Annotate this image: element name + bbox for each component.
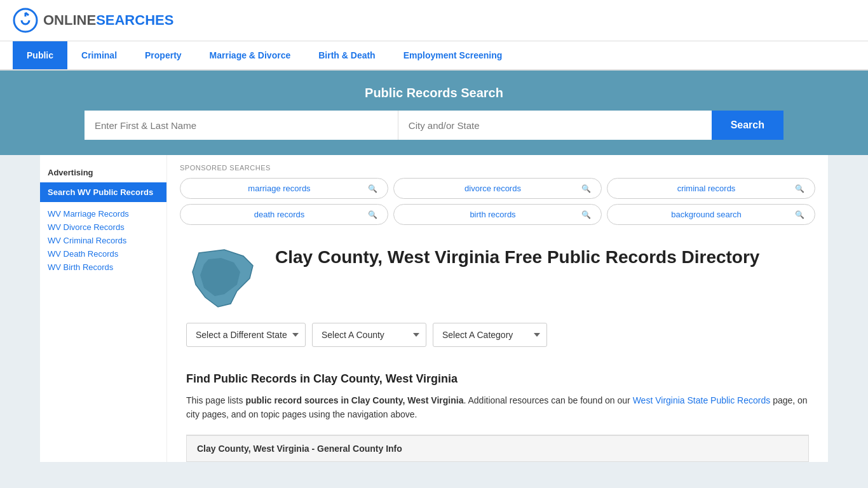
logo[interactable]: ONLINESEARCHES	[13, 8, 173, 33]
search-banner: Public Records Search Search	[0, 71, 868, 155]
county-title: Clay County, West Virginia Free Public R…	[275, 247, 759, 268]
search-icon: 🔍	[581, 210, 591, 219]
sidebar-advertising-label: Advertising	[40, 168, 166, 182]
main-nav: Public Criminal Property Marriage & Divo…	[0, 41, 868, 71]
sidebar-link-death[interactable]: WV Death Records	[40, 247, 166, 261]
dropdowns-row: Select a Different State Select A County…	[186, 323, 809, 347]
sponsored-section: SPONSORED SEARCHES marriage records 🔍 di…	[167, 155, 828, 234]
nav-employment[interactable]: Employment Screening	[390, 41, 517, 69]
sidebar-featured-link[interactable]: Search WV Public Records	[40, 182, 166, 202]
find-text: This page lists public record sources in…	[186, 393, 809, 422]
search-button[interactable]: Search	[712, 111, 783, 140]
nav-public[interactable]: Public	[13, 41, 67, 69]
pill-divorce[interactable]: divorce records 🔍	[393, 178, 602, 199]
sidebar-link-divorce[interactable]: WV Divorce Records	[40, 220, 166, 234]
search-icon: 🔍	[368, 210, 377, 219]
content-area: SPONSORED SEARCHES marriage records 🔍 di…	[167, 155, 828, 462]
search-icon: 🔍	[795, 184, 804, 193]
pill-criminal[interactable]: criminal records 🔍	[607, 178, 815, 199]
state-dropdown[interactable]: Select a Different State	[186, 323, 306, 347]
name-input[interactable]	[85, 111, 398, 140]
sidebar-link-birth[interactable]: WV Birth Records	[40, 261, 166, 274]
search-form: Search	[85, 111, 783, 140]
county-header: Clay County, West Virginia Free Public R…	[186, 247, 809, 310]
search-icon: 🔍	[368, 184, 377, 193]
logo-text: ONLINESEARCHES	[43, 12, 173, 29]
pill-death[interactable]: death records 🔍	[180, 204, 388, 225]
nav-birth-death[interactable]: Birth & Death	[304, 41, 389, 69]
site-header: ONLINESEARCHES	[0, 0, 868, 41]
category-dropdown[interactable]: Select A Category	[433, 323, 547, 347]
general-info-header: Clay County, West Virginia - General Cou…	[186, 435, 809, 462]
logo-icon	[13, 8, 38, 33]
wv-records-link[interactable]: West Virginia State Public Records	[633, 395, 771, 405]
pill-birth[interactable]: birth records 🔍	[393, 204, 602, 225]
nav-criminal[interactable]: Criminal	[67, 41, 131, 69]
search-icon: 🔍	[581, 184, 591, 193]
sidebar: Advertising Search WV Public Records WV …	[40, 155, 167, 462]
county-section: Clay County, West Virginia Free Public R…	[167, 234, 828, 372]
find-text-bold: public record sources in Clay County, We…	[245, 395, 463, 405]
wv-map	[186, 247, 262, 310]
find-section: Find Public Records in Clay County, West…	[167, 372, 828, 435]
search-icon: 🔍	[795, 210, 804, 219]
sidebar-link-criminal[interactable]: WV Criminal Records	[40, 234, 166, 247]
pill-marriage[interactable]: marriage records 🔍	[180, 178, 388, 199]
county-dropdown[interactable]: Select A County	[312, 323, 426, 347]
pill-background[interactable]: background search 🔍	[607, 204, 815, 225]
nav-property[interactable]: Property	[131, 41, 196, 69]
sidebar-link-marriage[interactable]: WV Marriage Records	[40, 207, 166, 220]
main-container: Advertising Search WV Public Records WV …	[40, 155, 828, 462]
search-pills: marriage records 🔍 divorce records 🔍 cri…	[180, 178, 815, 225]
search-banner-title: Public Records Search	[13, 86, 855, 100]
svg-point-0	[14, 9, 37, 32]
sponsored-label: SPONSORED SEARCHES	[180, 164, 815, 172]
location-input[interactable]	[398, 111, 712, 140]
nav-marriage-divorce[interactable]: Marriage & Divorce	[196, 41, 305, 69]
find-title: Find Public Records in Clay County, West…	[186, 372, 809, 386]
